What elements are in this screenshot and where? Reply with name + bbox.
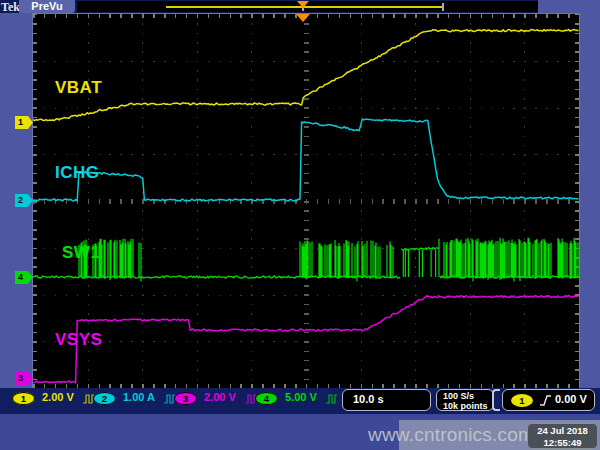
label-sw1: SW1 xyxy=(62,243,100,263)
trace-ichg xyxy=(33,119,579,201)
trigger-bracket-icon xyxy=(492,389,500,411)
trigger-position-icon[interactable] xyxy=(296,14,310,22)
sample-rate: 100 S/s xyxy=(443,391,474,401)
channel-4-position-marker[interactable]: 4 xyxy=(15,271,33,284)
trigger-level-value: 0.00 V xyxy=(555,393,587,405)
acquisition-box[interactable]: 100 S/s 10k points xyxy=(436,389,494,411)
channel-4-coupling-icon xyxy=(325,393,338,405)
trace-vbat xyxy=(33,30,579,121)
channel-1-badge[interactable]: 1 xyxy=(12,392,35,405)
header-bar: Tek PreVu xyxy=(0,0,600,13)
channel-2-scale[interactable]: 1.00 A xyxy=(123,391,155,403)
oscilloscope-screen: Tek PreVu VBAT ICHG SW1 VSYS 1 2.00 V 2 … xyxy=(0,0,600,450)
channel-2-position-marker[interactable]: 2 xyxy=(15,194,33,207)
status-bar: 1 2.00 V 2 1.00 A 3 2.00 V 4 5.00 V 10.0… xyxy=(0,388,600,414)
tek-logo: Tek xyxy=(1,0,20,15)
channel-4-badge[interactable]: 4 xyxy=(255,392,278,405)
date-text: 24 Jul 2018 xyxy=(528,425,597,437)
record-length: 10k points xyxy=(443,401,488,411)
time-text: 12:55:49 xyxy=(528,437,597,449)
channel-1-scale[interactable]: 2.00 V xyxy=(42,391,74,403)
channel-1-position-marker[interactable]: 1 xyxy=(15,116,33,129)
trigger-box[interactable]: 1 0.00 V xyxy=(502,389,595,411)
watermark-text: www.cntronics.com xyxy=(368,424,534,446)
trace-sw1-pulses xyxy=(79,238,578,282)
label-vsys: VSYS xyxy=(55,330,102,350)
channel-3-scale[interactable]: 2.00 V xyxy=(204,391,236,403)
datetime-box: 24 Jul 2018 12:55:49 xyxy=(527,423,598,449)
window-bracket-right xyxy=(442,3,444,11)
header-right-spacer xyxy=(538,0,600,13)
trace-vsys xyxy=(33,296,579,384)
waveform-graticule[interactable]: VBAT ICHG SW1 VSYS xyxy=(33,14,579,388)
channel-2-badge[interactable]: 2 xyxy=(93,392,116,405)
channel-3-badge[interactable]: 3 xyxy=(174,392,197,405)
record-trigger-marker-icon xyxy=(297,1,309,8)
trigger-source-badge: 1 xyxy=(511,394,533,407)
label-vbat: VBAT xyxy=(55,78,102,98)
rising-edge-icon xyxy=(539,394,553,407)
timebase-box[interactable]: 10.0 s xyxy=(342,389,431,411)
label-ichg: ICHG xyxy=(55,163,100,183)
timebase-value: 10.0 s xyxy=(353,393,384,405)
acquisition-mode-label: PreVu xyxy=(19,0,75,13)
record-view-bar[interactable] xyxy=(77,1,538,12)
channel-3-position-marker[interactable]: 3 xyxy=(15,372,33,385)
waveform-display xyxy=(33,14,579,388)
channel-4-scale[interactable]: 5.00 V xyxy=(285,391,317,403)
